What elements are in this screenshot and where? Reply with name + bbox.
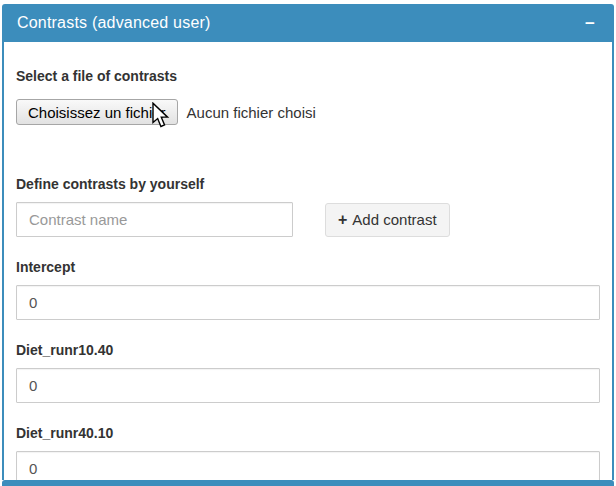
next-panel-header-edge — [2, 480, 614, 486]
choose-file-button[interactable]: Choisissez un fichier — [16, 99, 178, 125]
intercept-label: Intercept — [16, 259, 600, 275]
file-input: Choisissez un fichier Aucun fichier choi… — [16, 99, 600, 125]
diet-runr10-40-label: Diet_runr10.40 — [16, 342, 600, 358]
contrast-name-input[interactable] — [16, 202, 293, 237]
contrasts-panel: Contrasts (advanced user) − Select a fil… — [2, 4, 614, 480]
add-contrast-button-label: Add contrast — [352, 211, 436, 228]
panel-header: Contrasts (advanced user) − — [2, 4, 614, 42]
intercept-input[interactable] — [16, 285, 600, 320]
panel-title: Contrasts (advanced user) — [17, 14, 211, 32]
contrast-field-diet-runr10-40: Diet_runr10.40 — [16, 342, 600, 403]
diet-runr10-40-input[interactable] — [16, 368, 600, 403]
define-contrasts-group: Define contrasts by yourself +Add contra… — [16, 176, 600, 237]
contrast-field-diet-runr40-10: Diet_runr40.10 — [16, 425, 600, 480]
panel-body: Select a file of contrasts Choisissez un… — [2, 42, 614, 480]
file-upload-label: Select a file of contrasts — [16, 68, 600, 84]
add-contrast-button[interactable]: +Add contrast — [325, 203, 450, 237]
define-contrasts-label: Define contrasts by yourself — [16, 176, 600, 192]
file-status-text: Aucun fichier choisi — [187, 104, 316, 121]
file-upload-group: Select a file of contrasts Choisissez un… — [16, 68, 600, 125]
contrast-field-intercept: Intercept — [16, 259, 600, 320]
plus-icon: + — [338, 212, 347, 228]
diet-runr40-10-input[interactable] — [16, 451, 600, 480]
collapse-minus-icon[interactable]: − — [581, 13, 599, 34]
diet-runr40-10-label: Diet_runr40.10 — [16, 425, 600, 441]
